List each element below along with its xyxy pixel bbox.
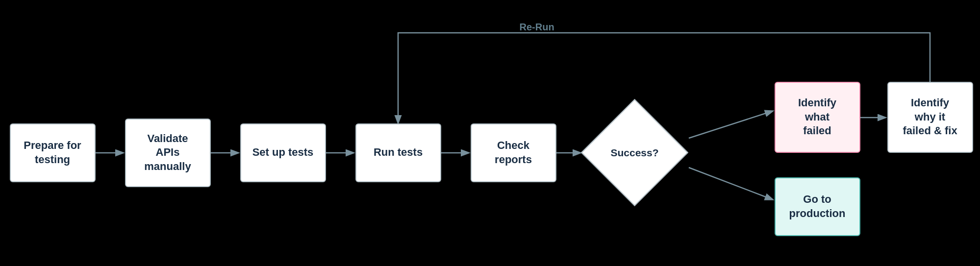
node-setup: Set up tests xyxy=(240,123,326,182)
node-runtests: Run tests xyxy=(355,123,441,182)
node-checkreports: Check reports xyxy=(471,123,556,182)
node-prepare: Prepare for testing xyxy=(10,123,96,182)
node-goto-production: Go to production xyxy=(775,177,860,236)
diamond-success-label: Success? xyxy=(610,146,658,159)
node-validate: Validate APIs manually xyxy=(125,119,211,187)
flowchart-diagram: Re-Run Prepare for testing Validate APIs… xyxy=(5,6,976,261)
diamond-success-container: Success? xyxy=(581,99,689,207)
rerun-label: Re-Run xyxy=(520,22,554,33)
arrow-diamond-production xyxy=(689,168,772,199)
node-identify-failed: Identify what failed xyxy=(775,82,860,153)
arrow-diamond-failed xyxy=(689,111,772,138)
node-identify-why: Identify why it failed & fix xyxy=(887,82,973,153)
